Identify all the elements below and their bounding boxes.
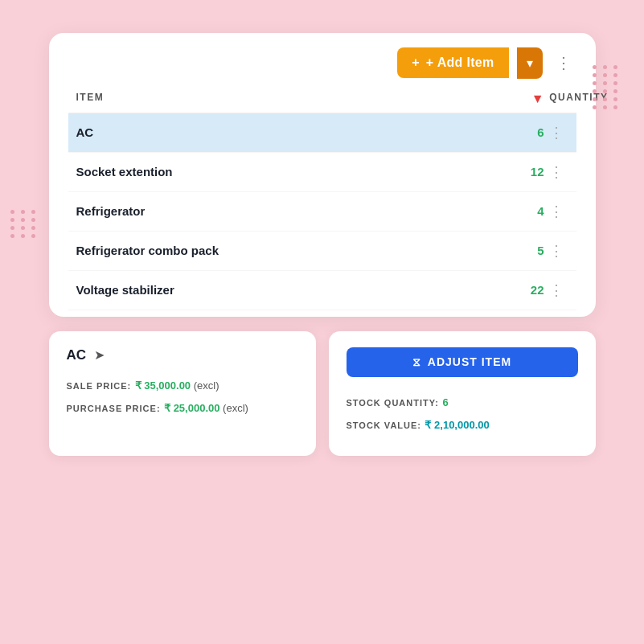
row-item-name: Refrigerator xyxy=(76,204,496,218)
more-options-button[interactable]: ⋮ xyxy=(551,50,576,76)
row-item-qty: 4 xyxy=(496,204,544,218)
purchase-price-value: ₹ 25,000.00 (excl) xyxy=(164,402,248,414)
table-row[interactable]: Refrigerator combo pack5⋮ xyxy=(68,232,576,271)
add-item-button[interactable]: + + Add Item xyxy=(397,47,508,78)
table-row[interactable]: AC6⋮ xyxy=(68,113,576,153)
purchase-price-row: PURCHASE PRICE: ₹ 25,000.00 (excl) xyxy=(67,400,298,415)
row-menu-icon[interactable]: ⋮ xyxy=(544,242,568,260)
sliders-icon: ⧖ xyxy=(412,355,421,369)
row-item-qty: 22 xyxy=(496,283,544,297)
row-item-name: AC xyxy=(76,125,496,139)
table-toolbar: + + Add Item ▾ ⋮ xyxy=(68,47,576,79)
more-dots-icon: ⋮ xyxy=(556,54,572,72)
row-menu-icon[interactable]: ⋮ xyxy=(544,163,568,181)
stock-value-value: ₹ 2,10,000.00 xyxy=(425,419,489,431)
filter-icon-container[interactable]: ▼ xyxy=(531,92,544,106)
row-item-qty: 6 xyxy=(496,125,544,139)
stock-value-row: STOCK VALUE: ₹ 2,10,000.00 xyxy=(347,417,578,432)
row-item-name: Voltage stabilizer xyxy=(76,283,496,297)
stock-qty-label: STOCK QUANTITY: xyxy=(347,398,439,408)
item-name: AC xyxy=(67,347,87,363)
purchase-price-label: PURCHASE PRICE: xyxy=(67,404,161,413)
table-row[interactable]: Voltage stabilizer22⋮ xyxy=(68,271,576,310)
row-item-qty: 12 xyxy=(496,165,544,178)
stock-qty-value: 6 xyxy=(442,396,448,408)
plus-icon: + xyxy=(412,55,420,70)
row-item-qty: 5 xyxy=(496,244,544,257)
row-menu-icon[interactable]: ⋮ xyxy=(544,281,568,299)
inventory-table-card: + + Add Item ▾ ⋮ ITEM ▼ QUANTITY AC6⋮Soc… xyxy=(49,33,596,317)
col-item-header: ITEM xyxy=(76,92,531,106)
row-menu-icon[interactable]: ⋮ xyxy=(544,203,568,220)
adjust-item-label: ADJUST ITEM xyxy=(428,355,511,368)
add-item-label: + Add Item xyxy=(426,55,494,70)
purchase-excl: (excl) xyxy=(223,402,248,414)
detail-row: AC ➤ SALE PRICE: ₹ 35,000.00 (excl) PURC… xyxy=(49,331,596,456)
row-menu-icon[interactable]: ⋮ xyxy=(544,124,568,142)
table-row[interactable]: Refrigerator4⋮ xyxy=(68,192,576,232)
chevron-down-icon: ▾ xyxy=(527,55,533,71)
stock-card: ⧖ ADJUST ITEM STOCK QUANTITY: 6 STOCK VA… xyxy=(329,331,596,456)
item-detail-card: AC ➤ SALE PRICE: ₹ 35,000.00 (excl) PURC… xyxy=(49,331,316,456)
row-item-name: Socket extention xyxy=(76,165,496,178)
table-row[interactable]: Socket extention12⋮ xyxy=(68,153,576,192)
table-header: ITEM ▼ QUANTITY xyxy=(68,88,576,113)
stock-qty-row: STOCK QUANTITY: 6 xyxy=(347,395,578,409)
sale-price-label: SALE PRICE: xyxy=(67,381,132,391)
decorative-dots-left xyxy=(10,210,38,238)
stock-value-label: STOCK VALUE: xyxy=(347,420,422,430)
sale-excl: (excl) xyxy=(194,379,219,392)
adjust-item-button[interactable]: ⧖ ADJUST ITEM xyxy=(347,347,578,377)
sale-price-value: ₹ 35,000.00 (excl) xyxy=(135,379,219,392)
add-item-dropdown-button[interactable]: ▾ xyxy=(517,47,543,79)
inventory-table-rows: AC6⋮Socket extention12⋮Refrigerator4⋮Ref… xyxy=(68,113,576,310)
decorative-dots-right xyxy=(593,65,620,109)
sale-price-row: SALE PRICE: ₹ 35,000.00 (excl) xyxy=(67,378,298,392)
filter-icon: ▼ xyxy=(531,92,544,106)
item-title-row: AC ➤ xyxy=(67,347,298,363)
row-item-name: Refrigerator combo pack xyxy=(76,244,496,257)
share-icon[interactable]: ➤ xyxy=(94,347,105,363)
